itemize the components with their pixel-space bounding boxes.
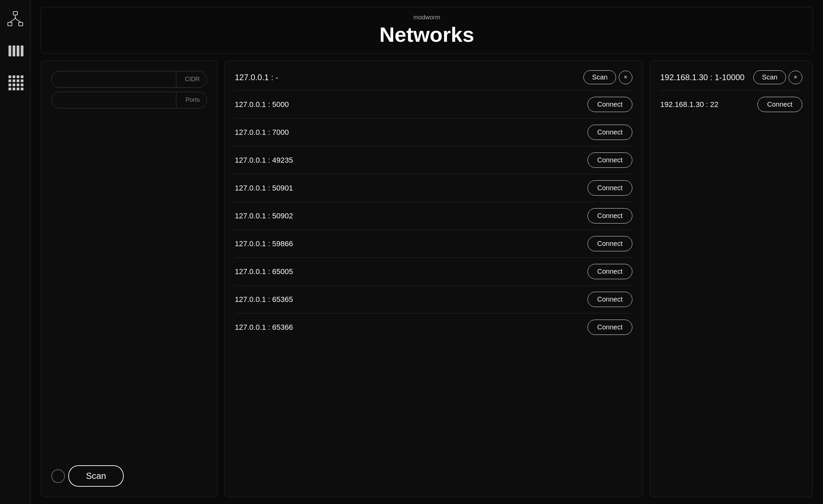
connect-50902[interactable]: Connect [588,208,633,223]
address-7000: 127.0.0.1 : 7000 [235,128,289,137]
list-item: 127.0.0.1 : 50901 Connect [231,174,636,202]
connect-65366[interactable]: Connect [588,320,633,335]
svg-rect-20 [13,84,15,86]
svg-line-5 [15,18,21,22]
page-title: Networks [55,22,799,47]
svg-rect-25 [17,88,19,90]
scanner-panel: 192.168.1.30 CIDR 1-10000 Ports Scan [41,60,217,497]
lan-header-row: 192.168.1.30 : 1-10000 Scan × [657,64,806,90]
address-50901: 127.0.0.1 : 50901 [235,184,293,193]
svg-rect-1 [8,22,12,26]
svg-rect-7 [8,46,11,56]
lan-actions: Scan × [753,70,802,84]
ip-input-field[interactable]: 192.168.1.30 CIDR [51,71,207,88]
svg-rect-13 [17,75,19,78]
connect-49235[interactable]: Connect [588,152,633,168]
bars-icon[interactable] [7,43,23,60]
panels-row: 192.168.1.30 CIDR 1-10000 Ports Scan 127… [41,60,813,497]
localhost-scan-button[interactable]: Scan [583,70,616,84]
scan-radio[interactable] [51,469,65,483]
svg-rect-26 [21,88,23,90]
main-scan-button[interactable]: Scan [68,465,124,487]
app-subtitle: modworm [55,14,799,21]
lan-scan-button[interactable]: Scan [753,70,786,84]
svg-rect-18 [21,79,23,82]
connect-22[interactable]: Connect [757,97,803,112]
svg-rect-8 [13,46,15,56]
lan-close-button[interactable]: × [789,71,802,84]
connect-65005[interactable]: Connect [588,264,633,279]
svg-rect-22 [21,84,23,86]
ports-input[interactable]: 1-10000 [52,92,176,108]
sidebar [0,0,31,504]
connect-7000[interactable]: Connect [588,125,633,140]
address-5000: 127.0.0.1 : 5000 [235,100,289,109]
connect-59866[interactable]: Connect [588,236,633,251]
list-item: 127.0.0.1 : 50902 Connect [231,202,636,230]
list-item: 127.0.0.1 : 59866 Connect [231,230,636,257]
address-22: 192.168.1.30 : 22 [660,100,718,109]
list-item: 127.0.0.1 : 7000 Connect [231,119,636,146]
grid-icon[interactable] [7,74,23,92]
svg-point-6 [15,18,16,19]
lan-host: 192.168.1.30 : 1-10000 [660,73,745,82]
connect-50901[interactable]: Connect [588,180,633,196]
lan-results-panel: 192.168.1.30 : 1-10000 Scan × 192.168.1.… [650,60,813,497]
svg-rect-10 [21,46,23,56]
svg-rect-16 [13,79,15,82]
localhost-actions: Scan × [583,70,632,84]
scan-form: 192.168.1.30 CIDR 1-10000 Ports [51,71,207,460]
ports-input-field[interactable]: 1-10000 Ports [51,92,207,108]
header: modworm Networks [41,7,813,54]
svg-rect-15 [8,79,11,82]
main-content: modworm Networks 192.168.1.30 CIDR 1-100… [31,0,823,504]
svg-rect-24 [13,88,15,90]
ip-input[interactable]: 192.168.1.30 [52,71,176,87]
connect-65365[interactable]: Connect [588,292,633,307]
svg-rect-14 [21,75,23,78]
svg-rect-9 [17,46,19,56]
localhost-close-button[interactable]: × [619,71,632,84]
address-59866: 127.0.0.1 : 59866 [235,239,293,248]
list-item: 127.0.0.1 : 5000 Connect [231,91,636,118]
svg-rect-2 [19,22,23,26]
svg-line-4 [10,18,15,22]
svg-rect-0 [13,12,17,15]
network-icon[interactable] [6,10,24,29]
list-item: 127.0.0.1 : 65365 Connect [231,286,636,313]
svg-rect-12 [13,75,15,78]
localhost-results-panel: 127.0.0.1 : - Scan × 127.0.0.1 : 5000 Co… [224,60,643,497]
connect-5000[interactable]: Connect [588,97,633,112]
localhost-header-row: 127.0.0.1 : - Scan × [231,64,636,90]
svg-rect-17 [17,79,19,82]
scan-row: Scan [51,465,207,487]
address-65366: 127.0.0.1 : 65366 [235,323,293,332]
address-65005: 127.0.0.1 : 65005 [235,267,293,276]
list-item: 127.0.0.1 : 65005 Connect [231,258,636,285]
address-65365: 127.0.0.1 : 65365 [235,295,293,304]
svg-rect-11 [8,75,11,78]
svg-rect-21 [17,84,19,86]
list-item: 127.0.0.1 : 49235 Connect [231,146,636,174]
svg-rect-19 [8,84,11,86]
ip-label: CIDR [176,72,207,87]
localhost-host: 127.0.0.1 : - [235,73,278,82]
svg-rect-23 [8,88,11,90]
address-49235: 127.0.0.1 : 49235 [235,156,293,165]
address-50902: 127.0.0.1 : 50902 [235,212,293,220]
ports-label: Ports [176,92,207,108]
list-item: 192.168.1.30 : 22 Connect [657,91,806,118]
list-item: 127.0.0.1 : 65366 Connect [231,313,636,341]
